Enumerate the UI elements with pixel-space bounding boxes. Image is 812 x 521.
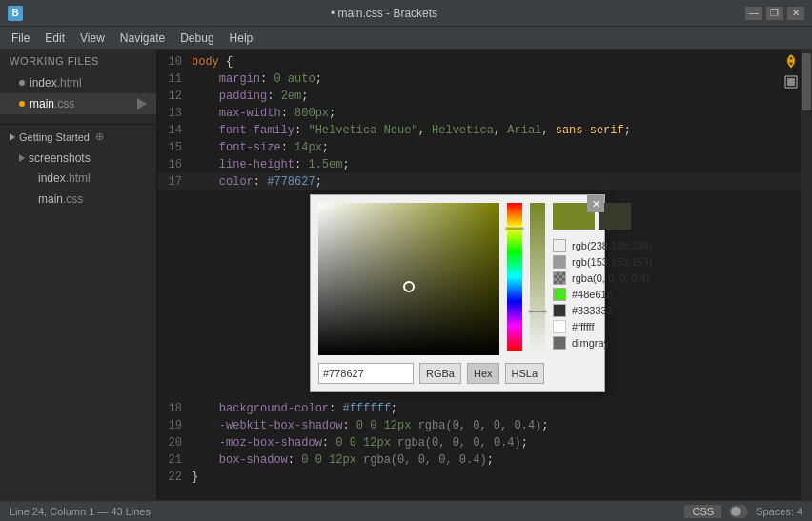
line-number: 15 <box>157 139 192 156</box>
screenshots-folder[interactable]: screenshots <box>10 149 156 168</box>
color-history-item[interactable]: #333333 <box>553 304 652 317</box>
color-label: rgb(238,238,238) <box>572 240 652 251</box>
main-layout: Working Files index.html main.css Gettin… <box>0 50 812 500</box>
menu-item-help[interactable]: Help <box>222 30 261 47</box>
rgba-tab-button[interactable]: RGBa <box>419 363 461 384</box>
color-label: #48e618 <box>572 289 613 300</box>
color-picker-panel: ✕ <box>310 194 605 392</box>
line-number: 20 <box>157 434 192 451</box>
hex-tab-button[interactable]: Hex <box>467 363 499 384</box>
line-number: 14 <box>157 122 192 139</box>
gs-index-file[interactable]: index.html <box>10 168 156 189</box>
line-content: color: #778627; <box>192 173 812 190</box>
line-number: 11 <box>157 70 192 88</box>
code-line: 21 box-shadow: 0 0 12px rgba(0, 0, 0, 0.… <box>157 451 812 469</box>
hue-slider[interactable] <box>507 203 522 351</box>
opacity-slider[interactable] <box>530 203 545 351</box>
working-files-header: Working Files <box>0 50 156 72</box>
code-line-color: 17 color: #778627; <box>157 173 812 190</box>
svg-point-0 <box>789 59 793 63</box>
getting-started-label: Getting Started <box>19 131 90 143</box>
color-picker-close[interactable]: ✕ <box>587 195 604 212</box>
toggle-button[interactable] <box>729 505 748 518</box>
sidebar-file-main-css[interactable]: main.css <box>0 93 156 114</box>
color-history-list: rgb(238,238,238) rgb(153,153,153) <box>553 239 652 350</box>
sidebar-file-name: index.html <box>30 76 82 90</box>
code-line: 10 body { <box>157 53 812 70</box>
code-line: 18 background-color: #ffffff; <box>157 400 812 417</box>
color-swatch <box>553 304 566 317</box>
hsla-tab-button[interactable]: HSLa <box>505 363 545 384</box>
line-number: 17 <box>157 173 192 190</box>
editor-side-icons <box>783 53 799 90</box>
color-label: rgb(153,153,153) <box>572 256 652 268</box>
sidebar: Working Files index.html main.css Gettin… <box>0 50 157 500</box>
color-label: dimgray <box>572 337 609 349</box>
close-button[interactable]: ✕ <box>787 7 804 20</box>
sidebar-file-index[interactable]: index.html <box>0 72 156 93</box>
menubar: FileEditViewNavigateDebugHelp <box>0 27 812 50</box>
menu-item-file[interactable]: File <box>4 30 37 47</box>
color-history-item[interactable]: dimgray <box>553 336 652 350</box>
line-content: } <box>192 469 812 486</box>
statusbar: Line 24, Column 1 — 43 Lines CSS Spaces:… <box>0 500 812 521</box>
color-history-item[interactable]: #ffffff <box>553 320 652 333</box>
color-history-item[interactable]: #48e618 <box>553 288 652 301</box>
menu-item-view[interactable]: View <box>72 30 112 47</box>
getting-started-section: Getting Started ⊕ screenshots index.html… <box>0 124 156 210</box>
svg-rect-2 <box>787 78 795 86</box>
line-content: -moz-box-shadow: 0 0 12px rgba(0, 0, 0, … <box>192 434 812 451</box>
vertical-scrollbar[interactable] <box>801 50 812 500</box>
color-swatch <box>553 320 566 333</box>
code-line: 22 } <box>157 469 812 486</box>
color-history-item[interactable]: rgb(238,238,238) <box>553 239 652 252</box>
color-swatch <box>553 255 566 269</box>
color-picker-bottom: #778627 RGBa Hex HSLa <box>318 363 597 384</box>
code-line: 20 -moz-box-shadow: 0 0 12px rgba(0, 0, … <box>157 434 812 451</box>
color-swatch <box>553 239 566 252</box>
line-content: font-family: "Helvetica Neue", Helvetica… <box>192 122 812 139</box>
getting-started-header[interactable]: Getting Started ⊕ <box>0 125 156 149</box>
line-content: background-color: #ffffff; <box>192 400 812 417</box>
line-content: padding: 2em; <box>192 88 812 105</box>
line-number: 21 <box>157 451 192 469</box>
menu-item-debug[interactable]: Debug <box>173 30 221 47</box>
app-icon: B <box>8 6 23 21</box>
color-gradient-picker[interactable] <box>318 203 499 355</box>
code-line: 13 max-width: 800px; <box>157 105 812 122</box>
code-line: 12 padding: 2em; <box>157 88 812 105</box>
line-number: 19 <box>157 417 192 434</box>
color-history-item[interactable]: rgba(0, 0, 0, 0.4) <box>553 271 652 285</box>
restore-button[interactable]: ❐ <box>766 7 783 20</box>
color-history-item[interactable]: rgb(153,153,153) <box>553 255 652 269</box>
code-line: 15 font-size: 14px; <box>157 139 812 156</box>
gs-main-css-file[interactable]: main.css <box>10 189 156 210</box>
file-type-button[interactable]: CSS <box>684 505 721 518</box>
menu-item-navigate[interactable]: Navigate <box>112 30 173 47</box>
titlebar: B • main.css - Brackets — ❐ ✕ <box>0 0 812 27</box>
hex-color-input[interactable]: #778627 <box>318 363 414 384</box>
live-preview-icon[interactable] <box>783 53 799 69</box>
image-editor-icon[interactable] <box>783 74 799 90</box>
line-number: 13 <box>157 105 192 122</box>
line-content: -webkit-box-shadow: 0 0 12px rgba(0, 0, … <box>192 417 812 434</box>
scrollbar-thumb[interactable] <box>802 53 811 110</box>
window-controls: — ❐ ✕ <box>745 7 804 20</box>
color-label: #333333 <box>572 305 613 316</box>
active-file-arrow <box>137 98 147 110</box>
editor-area: 10 body { 11 margin: 0 auto; 12 padding:… <box>157 50 812 500</box>
window-title: • main.css - Brackets <box>331 7 437 20</box>
statusbar-right: CSS Spaces: 4 <box>684 505 802 518</box>
cursor-position: Line 24, Column 1 — 43 Lines <box>10 506 151 517</box>
getting-started-expand: ⊕ <box>95 130 104 143</box>
screenshots-section: screenshots index.html main.css <box>10 149 156 210</box>
line-number: 16 <box>157 156 192 173</box>
menu-item-edit[interactable]: Edit <box>37 30 72 47</box>
swatch-overlay <box>554 272 565 284</box>
line-content: body { <box>192 53 812 70</box>
line-content: box-shadow: 0 0 12px rgba(0, 0, 0, 0.4); <box>192 451 812 469</box>
line-content: line-height: 1.5em; <box>192 156 812 173</box>
color-label: #ffffff <box>572 321 594 332</box>
file-modified-dot <box>19 101 25 107</box>
minimize-button[interactable]: — <box>745 7 762 20</box>
